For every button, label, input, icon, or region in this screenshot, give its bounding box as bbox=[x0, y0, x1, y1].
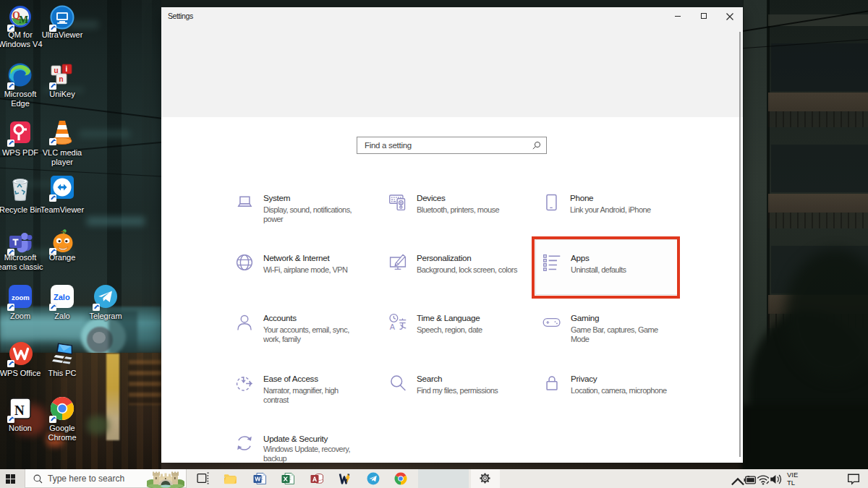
svg-text:n: n bbox=[59, 75, 64, 83]
svg-text:i: i bbox=[66, 65, 68, 73]
svg-text:Zalo: Zalo bbox=[54, 293, 70, 301]
svg-text:N: N bbox=[14, 403, 25, 418]
svg-text:M: M bbox=[19, 14, 28, 25]
svg-text:A: A bbox=[390, 322, 396, 331]
svg-text:u: u bbox=[54, 67, 59, 74]
svg-text:zoom: zoom bbox=[12, 294, 30, 301]
